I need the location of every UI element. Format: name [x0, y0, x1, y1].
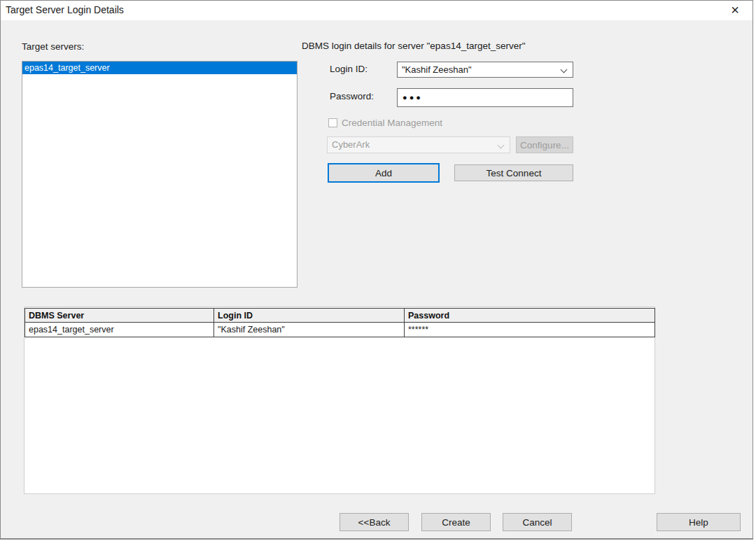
credential-management-label: Credential Management	[342, 118, 442, 128]
cell-password[interactable]: ******	[405, 323, 655, 337]
credential-provider-combobox: CyberArk	[327, 136, 510, 153]
back-button[interactable]: <<Back	[340, 513, 409, 531]
cell-dbms-server[interactable]: epas14_target_server	[25, 323, 214, 337]
password-label: Password:	[330, 91, 374, 101]
password-input[interactable]: ●●●	[397, 88, 573, 107]
list-item-epas14-target-server[interactable]: epas14_target_server	[22, 62, 297, 74]
add-button[interactable]: Add	[328, 163, 440, 183]
table-header-row: DBMS Server Login ID Password	[25, 309, 655, 323]
help-button[interactable]: Help	[657, 513, 741, 531]
target-servers-label: Target servers:	[22, 41, 84, 52]
dbms-login-details-header: DBMS login details for server "epas14_ta…	[302, 41, 526, 51]
password-masked-value: ●●●	[402, 93, 423, 101]
window-title: Target Server Login Details	[6, 4, 124, 15]
column-header-login-id[interactable]: Login ID	[214, 309, 405, 323]
login-id-label: Login ID:	[330, 64, 368, 74]
dbms-credentials-table[interactable]: DBMS Server Login ID Password epas14_tar…	[24, 307, 655, 494]
chevron-down-icon[interactable]	[561, 66, 568, 73]
title-bar: Target Server Login Details ×	[1, 1, 752, 20]
create-button[interactable]: Create	[421, 513, 491, 531]
cell-login-id[interactable]: "Kashif Zeeshan"	[214, 323, 405, 337]
credential-provider-value: CyberArk	[332, 139, 370, 150]
target-server-login-details-dialog: Target Server Login Details × Target ser…	[0, 0, 753, 540]
test-connect-button[interactable]: Test Connect	[454, 164, 573, 181]
chevron-down-icon	[498, 142, 505, 149]
cancel-button[interactable]: Cancel	[503, 513, 572, 531]
credential-management-checkbox[interactable]	[328, 118, 337, 127]
target-servers-listbox[interactable]: epas14_target_server	[22, 61, 298, 288]
close-icon[interactable]: ×	[724, 1, 746, 19]
login-id-combobox[interactable]: "Kashif Zeeshan"	[397, 62, 573, 78]
configure-button: Configure...	[516, 136, 573, 153]
login-id-value: "Kashif Zeeshan"	[402, 64, 472, 75]
column-header-dbms-server[interactable]: DBMS Server	[25, 309, 214, 323]
column-header-password[interactable]: Password	[405, 309, 655, 323]
table-row[interactable]: epas14_target_server "Kashif Zeeshan" **…	[25, 323, 655, 337]
